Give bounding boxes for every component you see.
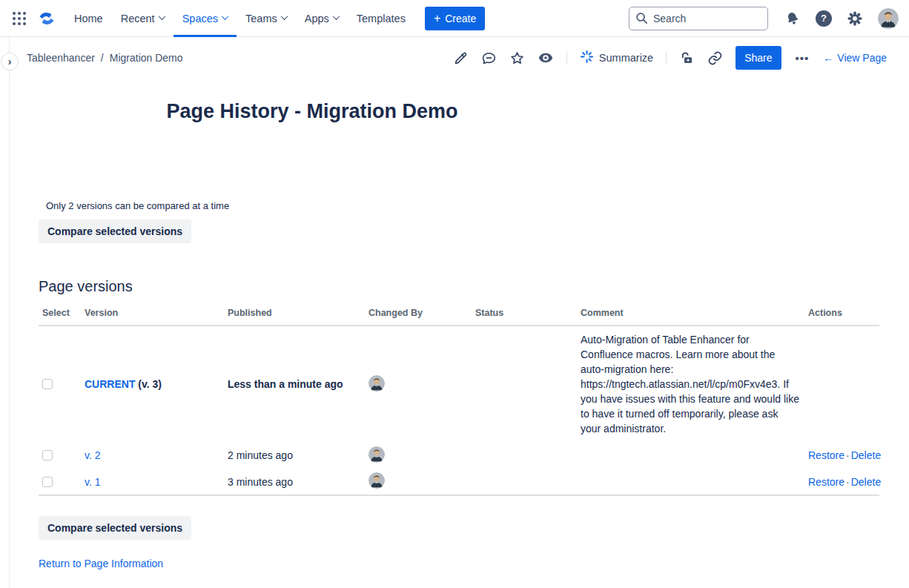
page-history-content: Page History - Migration Demo Only 2 ver… [0, 100, 909, 570]
expand-sidebar-button[interactable]: › [1, 53, 19, 70]
view-page-label: View Page [837, 52, 887, 64]
chevron-right-icon: › [8, 56, 12, 67]
toolbar-divider [666, 51, 667, 65]
nav-item-spaces[interactable]: Spaces [173, 0, 237, 37]
primary-nav: Home Recent Spaces Teams Apps Templates [65, 0, 414, 37]
version-suffix: (v. 3) [135, 378, 162, 390]
header-changed-by: Changed By [368, 303, 475, 326]
ai-sparkle-icon [580, 50, 594, 66]
nav-item-home[interactable]: Home [65, 0, 112, 37]
unlock-icon[interactable] [679, 50, 695, 66]
nav-item-label: Templates [357, 13, 406, 24]
more-actions-icon[interactable]: ••• [794, 52, 811, 65]
changed-by-avatar [368, 375, 385, 392]
nav-item-label: Apps [305, 13, 329, 24]
table-row-current: CURRENT (v. 3) Less than a minute ago [39, 326, 879, 442]
compare-selected-versions-button-top[interactable]: Compare selected versions [39, 219, 191, 243]
notifications-bell-icon[interactable] [784, 10, 801, 27]
chevron-down-icon [332, 13, 340, 20]
create-button[interactable]: + Create [425, 7, 485, 30]
actions-cell: Restore·Delete [808, 442, 879, 469]
version-link[interactable]: CURRENT [85, 378, 135, 390]
delete-link[interactable]: Delete [851, 476, 881, 488]
star-icon[interactable] [509, 50, 525, 66]
published-cell: 3 minutes ago [228, 469, 368, 495]
comment-cell [581, 469, 808, 495]
table-row-v1: v. 1 3 minutes ago [39, 469, 879, 495]
header-published: Published [228, 303, 368, 326]
search-input[interactable] [629, 7, 768, 30]
breadcrumb-space-link[interactable]: Tableenhancer [27, 52, 95, 64]
breadcrumb: Tableenhancer / Migration Demo [27, 52, 183, 64]
breadcrumb-separator: / [101, 52, 104, 64]
page-versions-table: Select Version Published Changed By Stat… [39, 303, 879, 496]
version-link[interactable]: v. 2 [85, 449, 101, 461]
nav-item-label: Home [74, 13, 103, 24]
nav-item-templates[interactable]: Templates [348, 0, 414, 37]
share-label: Share [744, 52, 772, 64]
chevron-down-icon [222, 13, 229, 20]
app-switcher-icon[interactable] [9, 8, 30, 29]
help-icon[interactable]: ? [816, 10, 832, 27]
compare-selected-versions-button-bottom[interactable]: Compare selected versions [39, 516, 191, 540]
page-title: Page History - Migration Demo [39, 100, 586, 123]
create-button-label: Create [445, 13, 476, 24]
confluence-logo-icon[interactable] [36, 8, 58, 29]
chevron-down-icon [158, 13, 165, 20]
version-checkbox[interactable] [42, 379, 53, 389]
nav-item-apps[interactable]: Apps [296, 0, 348, 37]
copy-link-icon[interactable] [707, 50, 723, 66]
top-navbar: Home Recent Spaces Teams Apps Templates … [0, 0, 909, 37]
breadcrumb-page-link[interactable]: Migration Demo [110, 52, 183, 64]
version-checkbox[interactable] [42, 450, 53, 460]
plus-icon: + [434, 13, 440, 24]
nav-item-recent[interactable]: Recent [112, 0, 173, 37]
search-icon [635, 12, 648, 27]
changed-by-avatar [368, 446, 385, 463]
published-cell: Less than a minute ago [228, 326, 368, 442]
page-versions-heading: Page versions [39, 278, 909, 295]
toolbar-divider [566, 51, 567, 65]
nav-item-label: Spaces [182, 13, 218, 24]
delete-link[interactable]: Delete [851, 449, 881, 461]
published-cell: 2 minutes ago [228, 442, 368, 469]
version-link[interactable]: v. 1 [85, 476, 101, 488]
status-cell [475, 442, 581, 469]
ellipsis-glyph: ••• [796, 52, 810, 65]
action-separator: · [844, 476, 851, 488]
table-header: Select Version Published Changed By Stat… [39, 303, 879, 326]
header-status: Status [475, 303, 581, 326]
question-mark-glyph: ? [821, 13, 827, 24]
chevron-down-icon [280, 13, 288, 20]
summarize-label: Summarize [599, 52, 653, 64]
header-comment: Comment [581, 303, 808, 326]
view-page-link[interactable]: ← View Page [823, 52, 887, 64]
actions-cell: Restore·Delete [808, 469, 879, 495]
nav-item-label: Recent [121, 13, 155, 24]
table-row-v2: v. 2 2 minutes ago [39, 442, 879, 469]
nav-item-teams[interactable]: Teams [237, 0, 296, 37]
user-avatar[interactable] [878, 8, 899, 29]
header-version: Version [85, 303, 228, 326]
navbar-right-cluster: ? [784, 8, 899, 29]
watch-eye-icon[interactable] [538, 50, 554, 66]
breadcrumb-toolbar-row: Tableenhancer / Migration Demo [0, 37, 909, 79]
comment-icon[interactable] [481, 50, 497, 66]
changed-by-avatar [368, 472, 385, 489]
arrow-left-icon: ← [823, 52, 833, 64]
summarize-button[interactable]: Summarize [580, 50, 653, 66]
share-button[interactable]: Share [736, 46, 781, 70]
version-checkbox[interactable] [42, 477, 53, 487]
return-to-page-information-link[interactable]: Return to Page Information [39, 558, 163, 569]
comment-cell: Auto-Migration of Table Enhancer for Con… [581, 326, 808, 442]
edit-icon[interactable] [453, 50, 469, 66]
nav-item-label: Teams [245, 13, 277, 24]
restore-link[interactable]: Restore [808, 476, 844, 488]
status-cell [475, 326, 581, 442]
status-cell [475, 469, 581, 495]
compare-note: Only 2 versions can be compared at a tim… [46, 200, 909, 211]
settings-gear-icon[interactable] [847, 10, 863, 27]
action-separator: · [844, 449, 851, 461]
header-actions: Actions [808, 303, 879, 326]
restore-link[interactable]: Restore [808, 449, 844, 461]
